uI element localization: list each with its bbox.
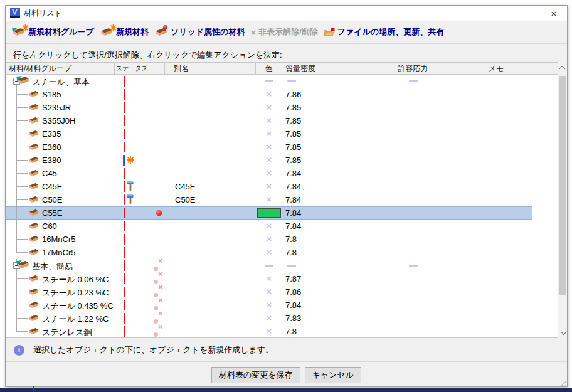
material-label: E380	[42, 156, 61, 165]
status-red-dash-icon	[124, 194, 125, 205]
status-red-dash-icon	[124, 300, 125, 310]
material-row[interactable]: スチール 0.23 %C××7.86	[6, 285, 567, 299]
material-row[interactable]: C55E7.84	[6, 206, 567, 220]
cell-status	[115, 220, 146, 233]
solid-attribute-material-button[interactable]: ソリッド属性の材料	[154, 26, 245, 38]
material-row[interactable]: S235JR×7.85	[6, 101, 567, 114]
material-row[interactable]: スチール 1.22 %C××7.83	[6, 312, 567, 325]
close-button[interactable]: ×	[547, 6, 561, 20]
scroll-up-button[interactable]	[558, 63, 567, 73]
material-row[interactable]: S185×7.86	[6, 88, 567, 101]
cell-color: ×	[256, 233, 282, 246]
material-row[interactable]: E380×7.85	[6, 154, 567, 167]
column-header-alias: 別名	[165, 63, 256, 74]
cell-material: 基本、簡易	[6, 259, 115, 272]
cell-status	[115, 88, 146, 101]
material-icon	[28, 314, 40, 322]
cell-stress	[366, 101, 460, 114]
cell-density: 7.83	[282, 312, 366, 325]
material-icon	[28, 103, 40, 111]
cell-stress	[366, 272, 460, 285]
material-row[interactable]: E360×7.85	[6, 140, 567, 154]
title-bar: 材料リスト ×	[6, 6, 567, 21]
cell-material: S235JR	[6, 101, 115, 114]
cell-alias	[165, 299, 256, 312]
density-value: 7.8	[282, 233, 366, 246]
new-material-group-button[interactable]: 新規材料グループ	[12, 26, 94, 38]
vertical-scrollbar[interactable]	[558, 62, 567, 338]
color-swatch[interactable]	[257, 208, 281, 218]
cell-stress	[366, 193, 460, 206]
toolbar-item-label: 新規材料	[116, 26, 149, 38]
cancel-button[interactable]: キャンセル	[305, 367, 362, 383]
cell-material: 16MnCr5	[6, 233, 115, 246]
material-row[interactable]: C45EC45E×7.84	[6, 180, 567, 193]
material-row[interactable]: スチール 0.435 %C××7.84	[6, 299, 567, 312]
scroll-down-button[interactable]	[558, 327, 567, 337]
hammer-icon	[127, 194, 134, 204]
color-unset-x-icon: ×	[256, 312, 282, 324]
cell-memo	[460, 285, 532, 299]
cell-mini-status: ×	[146, 325, 165, 338]
cell-material: C60	[6, 220, 115, 233]
cell-memo	[460, 206, 532, 220]
tree-line	[16, 318, 28, 319]
window-title: 材料リスト	[24, 8, 62, 19]
asterisk-icon	[127, 156, 134, 164]
material-row[interactable]: C60×7.84	[6, 220, 567, 233]
dash-icon	[287, 265, 296, 267]
cell-memo	[460, 114, 532, 127]
material-icon	[28, 222, 40, 230]
density-value: 7.8	[282, 325, 366, 338]
color-unset-x-icon: ×	[256, 272, 282, 285]
pink-x-icon: ×	[158, 322, 163, 331]
material-row[interactable]: 17MnCr5×7.8	[6, 246, 567, 259]
cell-mini-status	[146, 167, 165, 180]
cell-alias	[165, 101, 256, 114]
material-icon	[28, 156, 40, 164]
status-blue-bar-icon	[123, 155, 125, 166]
material-row[interactable]: ステンレス鋼××7.8	[6, 325, 567, 338]
material-group-row[interactable]: スチール、基本	[6, 75, 567, 88]
material-group-row[interactable]: 基本、簡易×	[6, 259, 567, 272]
cell-memo	[460, 88, 532, 101]
status-red-dash-icon	[124, 287, 125, 297]
color-unset-x-icon: ×	[256, 154, 282, 166]
dash-icon	[265, 265, 273, 267]
status-red-dash-icon	[124, 102, 125, 113]
cell-material: スチール 0.23 %C	[6, 285, 115, 299]
new-material-button[interactable]: 新規材料	[100, 26, 149, 38]
column-header-filler	[532, 63, 558, 74]
cell-status	[115, 114, 146, 127]
material-row[interactable]: 16MnCr5×7.8	[6, 233, 567, 246]
density-value: 7.85	[282, 140, 366, 154]
cell-material: スチール、基本	[6, 75, 115, 88]
material-row[interactable]: E335×7.85	[6, 127, 567, 140]
column-header-memo: メモ	[460, 63, 532, 74]
material-icon	[28, 275, 40, 282]
material-row[interactable]: C50EC50E×7.84	[6, 193, 567, 206]
cell-stress	[366, 206, 460, 220]
cell-material: S185	[6, 88, 115, 101]
save-material-table-button[interactable]: 材料表の変更を保存	[211, 367, 300, 383]
cell-mini-status	[146, 180, 165, 193]
cell-stress	[366, 299, 460, 312]
toolbar-item-label: ファイルの場所、更新、共有	[337, 26, 445, 38]
cell-memo	[460, 167, 532, 180]
material-row[interactable]: S355J0H×7.85	[6, 114, 567, 127]
material-label: S235JR	[42, 103, 71, 112]
density-value: 7.85	[282, 127, 366, 140]
status-red-dash-icon	[124, 326, 125, 337]
footer-divider	[6, 361, 567, 362]
cell-alias: C45E	[165, 180, 256, 193]
material-label: S185	[42, 90, 61, 99]
material-row[interactable]: スチール 0.06 %C××7.87	[6, 272, 567, 285]
tree-line	[16, 305, 28, 305]
scrollbar-thumb[interactable]	[559, 76, 566, 295]
cell-density: 7.85	[282, 140, 366, 154]
cell-mini-status	[146, 127, 165, 140]
material-row[interactable]: C45×7.84	[6, 167, 567, 180]
file-location-update-share-button[interactable]: ファイルの場所、更新、共有	[324, 26, 445, 38]
status-red-dash-icon	[124, 260, 125, 271]
cell-material: ステンレス鋼	[6, 325, 115, 338]
